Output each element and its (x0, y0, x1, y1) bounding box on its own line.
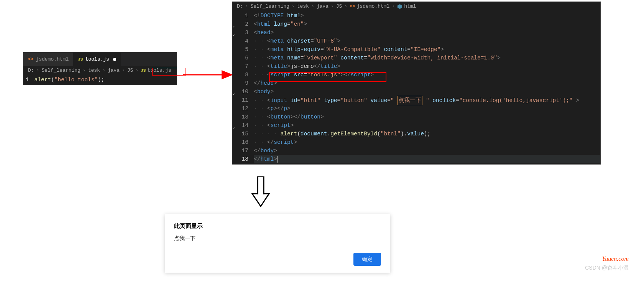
js-icon: JS (141, 68, 146, 73)
unsaved-dot-icon (113, 58, 116, 61)
js-icon: JS (78, 57, 83, 62)
gutter: 1 (23, 75, 34, 85)
line-number: 12 (235, 104, 248, 113)
code-area[interactable]: 1 ⌄2 ⌄3 4 5 6 7 8 9 ⌄10 11 12 13 ⌄14 15 … (232, 11, 600, 164)
tab-label: jsdemo.html (36, 56, 69, 62)
code-line[interactable]: · · <p></p> (254, 104, 600, 113)
html-icon: <> (350, 4, 355, 9)
line-number: ⌄3 (235, 28, 248, 37)
crumb[interactable]: D: (237, 3, 243, 9)
code-line[interactable]: · · · · alert(document.getElementById("b… (254, 130, 600, 138)
code-line[interactable]: <!DOCTYPE html> (254, 12, 600, 20)
code-line[interactable]: · · <title>js-demo</title> (254, 62, 600, 71)
line-number: 1 (235, 12, 248, 20)
line-number: 7 (235, 62, 248, 71)
line-number: ⌄14 (235, 121, 248, 130)
crumb[interactable]: java (317, 3, 329, 9)
cursor-icon (277, 156, 278, 163)
ok-button[interactable]: 确定 (353, 253, 381, 266)
code-line[interactable]: · · <script> (254, 121, 600, 130)
gutter: 1 ⌄2 ⌄3 4 5 6 7 8 9 ⌄10 11 12 13 ⌄14 15 … (232, 11, 254, 164)
line-number: 9 (235, 79, 248, 87)
line-number: 17 (235, 146, 248, 155)
svg-rect-2 (258, 176, 264, 194)
tab-label: tools.js (85, 56, 109, 62)
watermark-yuucn: Yuucn.com (602, 255, 629, 262)
crumb[interactable]: Self_learning (41, 67, 80, 73)
line-number: ⌄10 (235, 87, 248, 96)
code-line[interactable]: · · <input id="btnl" type="button" value… (254, 96, 600, 104)
svg-marker-1 (222, 70, 233, 79)
line-number: 13 (235, 113, 248, 121)
dialog-title: 此页面显示 (174, 222, 381, 230)
tab-jsdemo[interactable]: <> jsdemo.html (23, 53, 73, 66)
code-line[interactable]: · · <meta http-equiv="X-UA-Compatible" c… (254, 45, 600, 54)
code-line[interactable]: · · <meta charset="UTF-8"> (254, 37, 600, 45)
crumb-file[interactable]: <> jsdemo.html (350, 3, 389, 9)
code-line[interactable]: · · <script src="tools.js"></script> (254, 71, 600, 79)
crumb[interactable]: tesk (88, 67, 100, 73)
dialog-message: 点我一下 (174, 235, 381, 242)
code-line[interactable]: · · <meta name="viewport" content="width… (254, 54, 600, 62)
line-number: 1 (26, 76, 29, 84)
code-line[interactable]: <body> (254, 87, 600, 96)
code-line[interactable]: · · <button></button> (254, 113, 600, 121)
crumb[interactable]: java (108, 67, 120, 73)
red-arrow-icon (183, 67, 233, 82)
symbol-icon (397, 4, 402, 9)
code-line[interactable]: <html lang="en"> (254, 20, 600, 28)
line-number: 6 (235, 54, 248, 62)
tab-bar: <> jsdemo.html JS tools.js (23, 53, 177, 66)
code-lines[interactable]: <!DOCTYPE html> <html lang="en"> <head> … (254, 11, 600, 164)
code-lines[interactable]: alert("hello tools"); (34, 75, 177, 85)
tab-toolsjs[interactable]: JS tools.js (73, 53, 121, 66)
crumb[interactable]: D: (28, 67, 34, 73)
line-number: 5 (235, 45, 248, 54)
watermark-csdn: CSDN @奋斗小温 (585, 265, 629, 272)
line-number: 8 (235, 71, 248, 79)
svg-rect-4 (258, 193, 263, 195)
line-number: 15 (235, 130, 248, 138)
crumb[interactable]: tesk (297, 3, 309, 9)
line-number: 4 (235, 37, 248, 45)
right-editor: D:› Self_learning› tesk› java› JS› <> js… (232, 2, 601, 165)
alert-dialog: 此页面显示 点我一下 确定 (165, 214, 390, 273)
crumb-symbol[interactable]: html (397, 3, 416, 9)
svg-marker-3 (252, 194, 269, 206)
code-line[interactable]: · · </script> (254, 138, 600, 146)
crumb[interactable]: Self_learning (250, 3, 289, 9)
code-line[interactable]: <head> (254, 28, 600, 37)
crumb[interactable]: JS (336, 3, 342, 9)
html-icon: <> (28, 57, 33, 62)
crumb-file[interactable]: JS tools.js (141, 67, 171, 73)
line-number: 16 (235, 138, 248, 146)
breadcrumb[interactable]: D:› Self_learning› tesk› java› JS› JS to… (23, 66, 177, 75)
left-editor: <> jsdemo.html JS tools.js D:› Self_lear… (23, 52, 177, 85)
code-line[interactable]: </html> (254, 155, 600, 163)
code-line[interactable]: alert("hello tools"); (34, 76, 177, 84)
crumb[interactable]: JS (127, 67, 133, 73)
code-line[interactable]: </body> (254, 146, 600, 155)
line-number: 11 (235, 96, 248, 104)
code-area[interactable]: 1 alert("hello tools"); (23, 75, 177, 85)
line-number: ⌄2 (235, 20, 248, 28)
code-line[interactable]: </head> (254, 79, 600, 87)
down-arrow-icon (249, 176, 272, 207)
breadcrumb[interactable]: D:› Self_learning› tesk› java› JS› <> js… (232, 2, 600, 11)
line-number: 18 (235, 155, 248, 163)
